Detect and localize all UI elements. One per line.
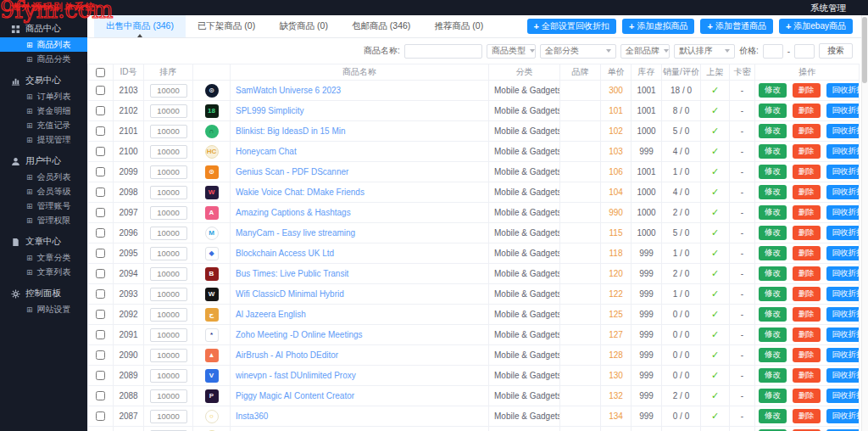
recycle-discount-button[interactable]: 回收折扣 (826, 348, 860, 362)
product-name-link[interactable]: SPL999 Simplicity (236, 106, 304, 115)
product-name-link[interactable]: Honeycam Chat (236, 147, 297, 156)
sidebar-item[interactable]: ⊞ 管理账号 (0, 199, 87, 213)
product-name-link[interactable]: Insta360 (236, 411, 268, 421)
edit-button[interactable]: 修改 (759, 124, 787, 138)
product-name-link[interactable]: Bus Times: Live Public Transit (236, 269, 348, 278)
sort-order-select[interactable]: 默认排序 (674, 44, 735, 59)
product-name-link[interactable]: Wifi ClassicD Minimal Hybrid (236, 289, 344, 299)
row-checkbox[interactable] (96, 188, 105, 197)
recycle-discount-button[interactable]: 回收折扣 (826, 205, 860, 220)
sidebar-item[interactable]: ⊞ 会员列表 (0, 170, 87, 184)
tab[interactable]: 已下架商品 (0) (186, 15, 267, 37)
row-checkbox[interactable] (96, 411, 105, 421)
row-checkbox[interactable] (96, 269, 105, 278)
recycle-discount-button[interactable]: 回收折扣 (826, 104, 860, 118)
edit-button[interactable]: 修改 (759, 266, 787, 281)
row-checkbox[interactable] (96, 350, 105, 360)
add-product-button[interactable]: + 添加普通商品 (700, 19, 772, 34)
edit-button[interactable]: 修改 (759, 185, 787, 199)
row-checkbox[interactable] (96, 371, 105, 380)
edit-button[interactable]: 修改 (759, 226, 787, 240)
product-name-link[interactable]: Blinkist: Big IdeasD in 15 Min (236, 126, 346, 136)
sidebar-item[interactable]: ⊞ 订单列表 (0, 89, 87, 104)
delete-button[interactable]: 删除 (793, 266, 821, 281)
sidebar-item[interactable]: ⊞ 网站设置 (0, 302, 87, 316)
sidebar-item[interactable]: ⊞ 文章分类 (0, 250, 87, 265)
delete-button[interactable]: 删除 (793, 185, 821, 199)
tab[interactable]: 推荐商品 (0) (422, 15, 495, 37)
edit-button[interactable]: 修改 (759, 287, 787, 301)
sidebar-item[interactable]: ⊞ 商品列表 (0, 37, 87, 52)
sort-input[interactable] (150, 328, 187, 342)
row-checkbox[interactable] (96, 86, 105, 95)
scrollbar[interactable] (861, 15, 868, 431)
delete-button[interactable]: 删除 (793, 124, 821, 138)
sidebar-group-header[interactable]: 文章中心 (0, 233, 87, 250)
edit-button[interactable]: 修改 (759, 104, 787, 118)
delete-button[interactable]: 删除 (793, 144, 821, 159)
sidebar-group-header[interactable]: 商品中心 (0, 20, 87, 37)
sort-input[interactable] (150, 369, 187, 383)
delete-button[interactable]: 删除 (793, 368, 821, 383)
row-checkbox[interactable] (96, 167, 105, 176)
edit-button[interactable]: 修改 (759, 144, 787, 159)
recycle-discount-button[interactable]: 回收折扣 (826, 83, 860, 98)
delete-button[interactable]: 删除 (793, 389, 821, 403)
edit-button[interactable]: 修改 (759, 246, 787, 260)
sidebar-group-header[interactable]: 控制面板 (0, 285, 87, 302)
sidebar-item[interactable]: ⊞ 资金明细 (0, 104, 87, 118)
product-name-link[interactable]: Zoho Meeting -D Online Meetings (236, 330, 363, 339)
product-name-link[interactable]: Genius Scan - PDF DScanner (236, 167, 348, 176)
recycle-discount-button[interactable]: 回收折扣 (826, 307, 860, 322)
edit-button[interactable]: 修改 (759, 307, 787, 322)
add-product-button[interactable]: + 添加ebay商品 (779, 19, 853, 34)
sort-input[interactable] (150, 389, 187, 403)
sidebar-item[interactable]: ⊞ 充值记录 (0, 118, 87, 132)
delete-button[interactable]: 删除 (793, 327, 821, 342)
delete-button[interactable]: 删除 (793, 409, 821, 423)
product-name-link[interactable]: AirBrush - AI Photo DEditor (236, 350, 338, 360)
recycle-discount-button[interactable]: 回收折扣 (826, 165, 860, 179)
select-all-checkbox[interactable] (96, 68, 105, 77)
row-checkbox[interactable] (96, 106, 105, 115)
add-product-button[interactable]: + 添加虚拟商品 (622, 19, 694, 34)
row-checkbox[interactable] (96, 391, 105, 400)
tab[interactable]: 缺货商品 (0) (267, 15, 340, 37)
scrollbar-thumb[interactable] (862, 17, 867, 83)
sort-input[interactable] (150, 84, 187, 98)
edit-button[interactable]: 修改 (759, 389, 787, 403)
product-name-link[interactable]: Blockchain Access UK Ltd (236, 249, 334, 258)
sidebar-item[interactable]: ⊞ 商品分类 (0, 52, 87, 66)
sort-input[interactable] (150, 125, 187, 138)
delete-button[interactable]: 删除 (793, 165, 821, 179)
delete-button[interactable]: 删除 (793, 348, 821, 362)
sort-input[interactable] (150, 206, 187, 220)
edit-button[interactable]: 修改 (759, 83, 787, 98)
recycle-discount-button[interactable]: 回收折扣 (826, 124, 860, 138)
row-checkbox[interactable] (96, 330, 105, 339)
edit-button[interactable]: 修改 (759, 409, 787, 423)
product-name-link[interactable]: SamWatch Universe 6 2023 (236, 86, 341, 95)
row-checkbox[interactable] (96, 147, 105, 156)
delete-button[interactable]: 删除 (793, 226, 821, 240)
row-checkbox[interactable] (96, 289, 105, 299)
tab[interactable]: 出售中商品 (346) (94, 15, 186, 37)
sort-input[interactable] (150, 288, 187, 301)
product-name-link[interactable]: Al Jazeera English (236, 310, 306, 319)
category-select[interactable]: 全部分类 (540, 44, 616, 59)
product-name-link[interactable]: Amazing Captions & Hashtags (236, 208, 351, 217)
row-checkbox[interactable] (96, 126, 105, 136)
delete-button[interactable]: 删除 (793, 205, 821, 220)
edit-button[interactable]: 修改 (759, 205, 787, 220)
sidebar-group-header[interactable]: 交易中心 (0, 72, 87, 89)
sort-input[interactable] (150, 267, 187, 281)
product-name-filter-input[interactable] (404, 44, 482, 59)
recycle-discount-button[interactable]: 回收折扣 (826, 389, 860, 403)
recycle-discount-button[interactable]: 回收折扣 (826, 327, 860, 342)
row-checkbox[interactable] (96, 228, 105, 238)
price-max-input[interactable] (794, 44, 815, 59)
recycle-discount-button[interactable]: 回收折扣 (826, 226, 860, 240)
sort-input[interactable] (150, 104, 187, 118)
product-type-select[interactable]: 商品类型 (487, 44, 536, 59)
edit-button[interactable]: 修改 (759, 327, 787, 342)
